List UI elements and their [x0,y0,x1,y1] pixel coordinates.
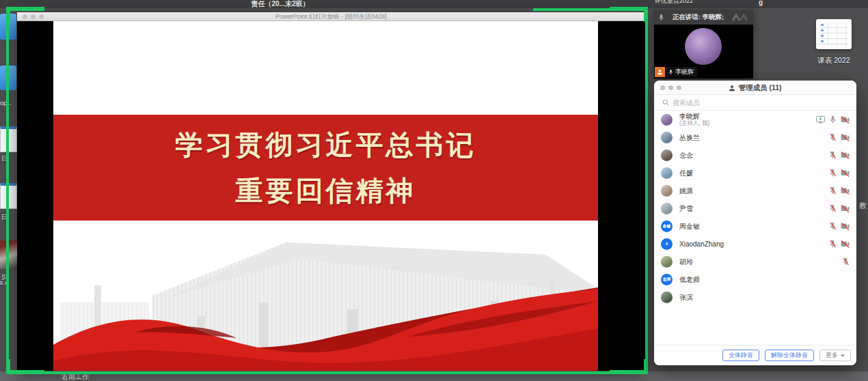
slide-title-line1: 学习贯彻习近平总书记 [176,126,476,164]
share-border-corner [6,370,44,374]
speaker-video-body: 李晓辉 [654,25,753,79]
member-role: (主持人, 我) [679,120,709,126]
member-row[interactable]: 丛换兰 [654,128,856,146]
mic-icon [658,14,664,21]
share-border-corner [644,359,648,374]
member-row[interactable]: 姚源 [654,182,856,199]
share-border-corner [610,370,648,374]
camera-off-icon[interactable] [841,116,850,124]
members-panel-titlebar[interactable]: 管理成员 (11) [654,81,856,95]
avatar [661,292,673,303]
speaker-name: 李晓辉 [675,68,694,76]
mic-off-icon[interactable] [829,169,837,177]
more-button[interactable]: 更多 [819,350,851,361]
meeting-window-title: 责任（20...末2班） [205,0,355,8]
avatar: X [661,238,673,250]
share-border-right [645,8,648,374]
schedule-icon-marks [821,24,824,43]
mic-off-icon[interactable] [829,222,837,230]
powerpoint-window: PowerPoint 幻灯片放映 - [组织生活0428] 学习贯彻习近平总书记… [17,12,645,371]
unmute-all-button[interactable]: 解除全体静音 [765,350,814,361]
schedule-icon-grid [819,23,848,46]
member-name: 周金敏 [679,223,700,230]
camera-off-icon[interactable] [841,169,850,177]
member-row[interactable]: 张滨 [654,288,856,306]
avatar [661,150,673,161]
camera-off-icon[interactable] [841,187,850,195]
slideshow-stage: 学习贯彻习近平总书记 重要回信精神 [17,21,645,371]
avatar: 老师 [661,274,673,285]
avatar [661,185,673,197]
desktop-label-partial: 教 [859,201,867,210]
mute-all-button[interactable]: 全体静音 [722,350,759,361]
share-border-bottom [6,371,648,374]
member-name: 丛换兰 [679,134,700,141]
member-row[interactable]: 老师 低老师 [654,270,856,288]
speaker-avatar [685,28,722,65]
camera-off-icon[interactable] [841,223,850,230]
member-search-row [654,95,856,111]
member-row[interactable]: 尹雪 [654,199,856,217]
member-name: 念念 [679,152,693,159]
caret-down-icon [841,354,845,357]
mic-off-icon[interactable] [829,133,837,141]
member-row[interactable]: 李晓辉 (主持人, 我) [654,111,856,128]
speaker-video-header: 正在讲话: 李晓辉; [654,10,753,25]
member-row[interactable]: 任媛 [654,164,856,182]
mic-icon [668,69,673,75]
avatar [661,132,673,143]
member-row[interactable]: 金敏 周金敏 [654,217,856,235]
meeting-logo-icon [732,13,750,21]
member-search-input[interactable] [673,99,837,107]
search-icon [662,99,669,106]
member-name: 低老师 [679,276,700,283]
mic-off-icon[interactable] [842,257,850,266]
avatar: 金敏 [661,221,673,232]
member-name: 张滨 [679,294,693,301]
mic-off-icon[interactable] [829,204,837,212]
slide: 学习贯彻习近平总书记 重要回信精神 [53,21,598,371]
speaking-status: 正在讲话: 李晓辉; [664,13,732,22]
avatar [661,256,673,268]
speaker-video-panel[interactable]: 正在讲话: 李晓辉; 李晓辉 [654,10,753,79]
camera-off-icon[interactable] [841,152,850,159]
members-panel: 管理成员 (11) 李晓辉 (主持人, 我) [654,81,856,365]
mic-off-icon[interactable] [829,151,837,159]
slide-title-line2: 重要回信精神 [236,172,416,210]
share-border-corner [6,7,10,22]
member-name: XiaodanZhang [679,240,724,248]
person-icon [729,85,735,91]
share-border-left [6,8,9,374]
meeting-window-titlebar[interactable]: 责任（20...末2班） 评优重点2022 g [0,0,868,8]
mic-off-icon[interactable] [829,186,837,195]
members-panel-footer: 全体静音 解除全体静音 更多 [654,345,856,365]
member-name: 任媛 [679,169,693,177]
member-name: 胡玲 [679,258,693,266]
camera-off-icon[interactable] [841,134,850,141]
screen-share-icon[interactable] [816,116,825,124]
member-name: 尹雪 [679,205,693,212]
share-border-corner [6,359,10,374]
mic-off-icon[interactable] [829,240,837,248]
avatar [661,167,673,179]
sharing-badge-icon [655,67,665,77]
member-row[interactable]: 念念 [654,146,856,164]
camera-off-icon[interactable] [841,240,850,248]
avatar [661,203,673,214]
desktop-screen: op... 日 日 贝 E.n 责任（20...末2班） 评优重点2022 g … [0,0,868,381]
speaker-name-tag: 李晓辉 [655,67,697,77]
slide-title-banner: 学习贯彻习近平总书记 重要回信精神 [53,115,598,221]
schedule-file-label: 课表 2022 [806,56,861,66]
desktop-icon-label-clipped: g [759,0,763,6]
member-row[interactable]: 胡玲 [654,253,856,270]
share-border-corner [644,7,648,22]
powerpoint-titlebar[interactable]: PowerPoint 幻灯片放映 - [组织生活0428] [17,12,645,21]
member-row[interactable]: X XiaodanZhang [654,235,856,253]
camera-off-icon[interactable] [841,205,850,212]
powerpoint-window-title: PowerPoint 幻灯片放映 - [组织生活0428] [17,12,645,21]
desktop-icon-label-clipped: 评优重点2022 [655,0,703,5]
member-name: 姚源 [679,187,693,195]
schedule-file-icon[interactable] [816,19,852,49]
share-border-corner [610,7,648,11]
mic-icon[interactable] [829,115,837,124]
